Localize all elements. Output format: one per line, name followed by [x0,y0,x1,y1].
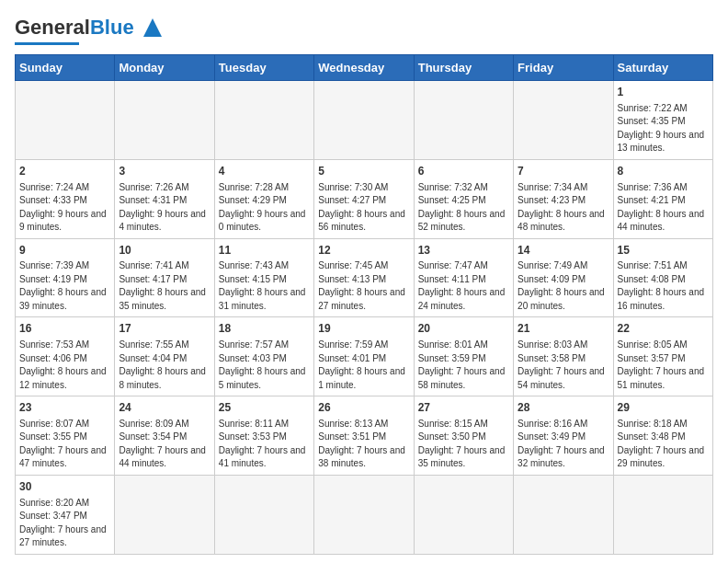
calendar-cell [613,475,712,554]
calendar-cell [16,81,115,160]
day-info: Sunrise: 7:28 AM Sunset: 4:29 PM Dayligh… [219,181,310,235]
day-info: Sunrise: 8:11 AM Sunset: 3:53 PM Dayligh… [219,418,310,471]
day-number: 27 [418,400,509,416]
calendar-cell [514,475,613,554]
logo-line [15,42,79,45]
calendar-cell: 16Sunrise: 7:53 AM Sunset: 4:06 PM Dayli… [16,317,115,396]
calendar-cell: 26Sunrise: 8:13 AM Sunset: 3:51 PM Dayli… [314,396,414,476]
day-number: 20 [418,321,509,337]
calendar-cell: 18Sunrise: 7:57 AM Sunset: 4:03 PM Dayli… [214,317,313,396]
week-row: 23Sunrise: 8:07 AM Sunset: 3:55 PM Dayli… [16,396,713,476]
calendar-cell [414,475,513,554]
day-info: Sunrise: 7:53 AM Sunset: 4:06 PM Dayligh… [19,339,110,392]
calendar-cell [314,81,414,160]
day-number: 30 [19,479,110,495]
day-info: Sunrise: 8:15 AM Sunset: 3:50 PM Dayligh… [418,418,509,471]
weekday-header-thursday: Thursday [414,55,513,81]
calendar-cell: 4Sunrise: 7:28 AM Sunset: 4:29 PM Daylig… [214,159,313,238]
week-row: 1Sunrise: 7:22 AM Sunset: 4:35 PM Daylig… [16,81,713,160]
calendar-cell: 8Sunrise: 7:36 AM Sunset: 4:21 PM Daylig… [613,159,712,238]
calendar-cell: 23Sunrise: 8:07 AM Sunset: 3:55 PM Dayli… [16,396,115,476]
day-number: 17 [119,321,210,337]
calendar-cell: 13Sunrise: 7:47 AM Sunset: 4:11 PM Dayli… [414,238,513,317]
week-row: 2Sunrise: 7:24 AM Sunset: 4:33 PM Daylig… [16,159,713,238]
calendar-cell [214,475,313,554]
day-number: 26 [318,400,409,416]
calendar-cell: 2Sunrise: 7:24 AM Sunset: 4:33 PM Daylig… [16,159,115,238]
calendar-cell: 14Sunrise: 7:49 AM Sunset: 4:09 PM Dayli… [514,238,613,317]
day-info: Sunrise: 7:24 AM Sunset: 4:33 PM Dayligh… [19,181,110,235]
day-number: 25 [219,400,310,416]
svg-marker-0 [143,18,162,37]
calendar-cell: 28Sunrise: 8:16 AM Sunset: 3:49 PM Dayli… [514,396,613,476]
day-number: 13 [418,243,509,259]
day-info: Sunrise: 7:41 AM Sunset: 4:17 PM Dayligh… [119,259,210,313]
week-row: 30Sunrise: 8:20 AM Sunset: 3:47 PM Dayli… [16,475,713,554]
day-number: 6 [418,164,509,179]
weekday-header-tuesday: Tuesday [214,55,313,81]
day-info: Sunrise: 8:13 AM Sunset: 3:51 PM Dayligh… [318,418,409,471]
calendar-cell: 9Sunrise: 7:39 AM Sunset: 4:19 PM Daylig… [16,238,115,317]
calendar-cell: 22Sunrise: 8:05 AM Sunset: 3:57 PM Dayli… [613,317,712,396]
calendar-cell: 24Sunrise: 8:09 AM Sunset: 3:54 PM Dayli… [115,396,214,476]
day-number: 14 [518,243,609,259]
day-info: Sunrise: 7:49 AM Sunset: 4:09 PM Dayligh… [518,259,609,313]
week-row: 9Sunrise: 7:39 AM Sunset: 4:19 PM Daylig… [16,238,713,317]
calendar-cell: 6Sunrise: 7:32 AM Sunset: 4:25 PM Daylig… [414,159,513,238]
calendar-cell: 19Sunrise: 7:59 AM Sunset: 4:01 PM Dayli… [314,317,414,396]
calendar-cell: 5Sunrise: 7:30 AM Sunset: 4:27 PM Daylig… [314,159,414,238]
day-info: Sunrise: 7:51 AM Sunset: 4:08 PM Dayligh… [618,259,709,313]
header: GeneralBlue [15,15,713,45]
day-info: Sunrise: 7:43 AM Sunset: 4:15 PM Dayligh… [219,259,310,313]
calendar-body: 1Sunrise: 7:22 AM Sunset: 4:35 PM Daylig… [16,81,713,555]
day-number: 18 [219,321,310,337]
calendar-cell: 21Sunrise: 8:03 AM Sunset: 3:58 PM Dayli… [514,317,613,396]
day-number: 21 [518,321,609,337]
day-number: 22 [618,321,709,337]
day-info: Sunrise: 7:45 AM Sunset: 4:13 PM Dayligh… [318,259,409,313]
calendar-cell: 25Sunrise: 8:11 AM Sunset: 3:53 PM Dayli… [214,396,313,476]
day-number: 23 [19,400,110,416]
calendar-cell [115,475,214,554]
day-number: 1 [618,85,709,100]
logo: GeneralBlue [15,15,165,45]
day-number: 5 [318,164,409,179]
day-number: 29 [618,400,709,416]
day-number: 10 [119,243,210,259]
day-info: Sunrise: 7:34 AM Sunset: 4:23 PM Dayligh… [518,181,609,235]
weekday-row: SundayMondayTuesdayWednesdayThursdayFrid… [16,55,713,81]
day-number: 12 [318,243,409,259]
day-number: 9 [19,243,110,259]
calendar-cell: 17Sunrise: 7:55 AM Sunset: 4:04 PM Dayli… [115,317,214,396]
calendar-cell: 10Sunrise: 7:41 AM Sunset: 4:17 PM Dayli… [115,238,214,317]
calendar-table: SundayMondayTuesdayWednesdayThursdayFrid… [15,54,713,555]
logo-triangle-icon [140,15,165,40]
calendar-cell: 15Sunrise: 7:51 AM Sunset: 4:08 PM Dayli… [613,238,712,317]
day-info: Sunrise: 8:01 AM Sunset: 3:59 PM Dayligh… [418,339,509,392]
day-number: 4 [219,164,310,179]
day-info: Sunrise: 7:59 AM Sunset: 4:01 PM Dayligh… [318,339,409,392]
day-number: 19 [318,321,409,337]
calendar-cell: 3Sunrise: 7:26 AM Sunset: 4:31 PM Daylig… [115,159,214,238]
weekday-header-wednesday: Wednesday [314,55,414,81]
day-info: Sunrise: 7:57 AM Sunset: 4:03 PM Dayligh… [219,339,310,392]
day-info: Sunrise: 8:18 AM Sunset: 3:48 PM Dayligh… [618,418,709,471]
weekday-header-monday: Monday [115,55,214,81]
weekday-header-friday: Friday [514,55,613,81]
day-number: 11 [219,243,310,259]
calendar-cell: 7Sunrise: 7:34 AM Sunset: 4:23 PM Daylig… [514,159,613,238]
day-number: 2 [19,164,110,179]
day-info: Sunrise: 8:05 AM Sunset: 3:57 PM Dayligh… [618,339,709,392]
day-info: Sunrise: 7:55 AM Sunset: 4:04 PM Dayligh… [119,339,210,392]
day-number: 16 [19,321,110,337]
day-number: 3 [119,164,210,179]
calendar-cell: 12Sunrise: 7:45 AM Sunset: 4:13 PM Dayli… [314,238,414,317]
calendar-cell [115,81,214,160]
day-info: Sunrise: 7:26 AM Sunset: 4:31 PM Dayligh… [119,181,210,235]
day-number: 7 [518,164,609,179]
day-number: 24 [119,400,210,416]
calendar-cell: 29Sunrise: 8:18 AM Sunset: 3:48 PM Dayli… [613,396,712,476]
day-info: Sunrise: 7:22 AM Sunset: 4:35 PM Dayligh… [618,102,709,155]
day-info: Sunrise: 7:30 AM Sunset: 4:27 PM Dayligh… [318,181,409,235]
day-info: Sunrise: 8:03 AM Sunset: 3:58 PM Dayligh… [518,339,609,392]
